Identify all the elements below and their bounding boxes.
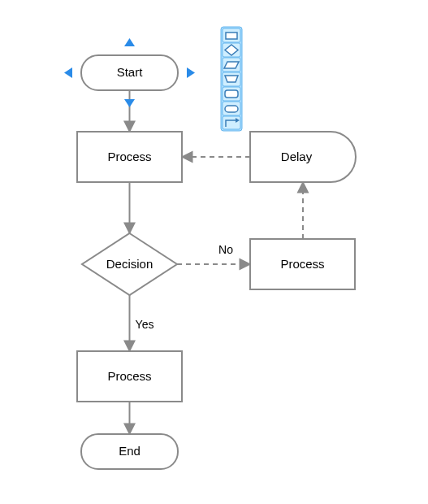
svg-rect-7 — [226, 33, 237, 39]
node-process1-label: Process — [107, 150, 151, 163]
palette-item-arrow[interactable] — [223, 116, 240, 129]
edge-label-no: No — [218, 243, 233, 256]
svg-rect-14 — [225, 106, 238, 112]
node-delay[interactable]: Delay — [250, 132, 356, 182]
node-decision-label: Decision — [106, 257, 153, 271]
svg-rect-12 — [225, 90, 238, 98]
handle-right-icon[interactable] — [187, 67, 195, 78]
edge-label-yes: Yes — [136, 318, 154, 331]
node-start-label: Start — [117, 65, 144, 79]
palette-item-diamond[interactable] — [223, 43, 240, 57]
shape-palette[interactable] — [221, 27, 242, 131]
palette-item-trapezoid[interactable] — [223, 72, 240, 86]
node-end[interactable]: End — [81, 434, 178, 469]
node-process2[interactable]: Process — [77, 351, 182, 402]
node-process2-label: Process — [107, 369, 151, 383]
node-process1[interactable]: Process — [77, 132, 182, 182]
palette-item-rounded[interactable] — [223, 87, 240, 101]
node-start[interactable]: Start — [81, 55, 178, 90]
handle-top-icon[interactable] — [124, 38, 135, 46]
node-process3-label: Process — [280, 257, 324, 271]
palette-item-parallelogram[interactable] — [223, 58, 240, 72]
handle-left-icon[interactable] — [64, 67, 72, 78]
node-decision[interactable]: Decision — [82, 233, 177, 295]
palette-item-rectangle[interactable] — [223, 28, 240, 42]
palette-item-terminator[interactable] — [223, 102, 240, 115]
handle-bottom-icon[interactable] — [124, 99, 135, 107]
node-process3[interactable]: Process — [250, 239, 355, 289]
node-delay-label: Delay — [281, 150, 313, 163]
node-end-label: End — [119, 444, 141, 458]
